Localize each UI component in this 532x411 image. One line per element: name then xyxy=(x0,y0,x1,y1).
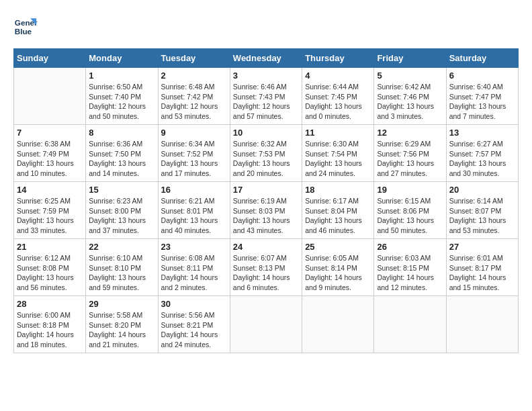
day-number: 22 xyxy=(89,242,154,252)
weekday-header-sunday: Sunday xyxy=(14,49,86,68)
day-info: Sunrise: 6:32 AM Sunset: 7:53 PM Dayligh… xyxy=(233,139,299,179)
day-number: 9 xyxy=(161,128,227,138)
day-info: Sunrise: 6:34 AM Sunset: 7:52 PM Dayligh… xyxy=(161,139,227,179)
day-info: Sunrise: 6:01 AM Sunset: 8:17 PM Dayligh… xyxy=(449,253,515,293)
calendar-cell: 15Sunrise: 6:23 AM Sunset: 8:00 PM Dayli… xyxy=(86,182,158,239)
day-number: 30 xyxy=(161,299,227,309)
calendar-cell: 6Sunrise: 6:40 AM Sunset: 7:47 PM Daylig… xyxy=(446,68,518,125)
calendar-cell: 17Sunrise: 6:19 AM Sunset: 8:03 PM Dayli… xyxy=(230,182,302,239)
calendar-cell: 1Sunrise: 6:50 AM Sunset: 7:40 PM Daylig… xyxy=(86,68,158,125)
calendar-cell: 4Sunrise: 6:44 AM Sunset: 7:45 PM Daylig… xyxy=(302,68,374,125)
day-number: 29 xyxy=(89,299,154,309)
calendar-cell: 28Sunrise: 6:00 AM Sunset: 8:18 PM Dayli… xyxy=(14,296,86,353)
weekday-header-thursday: Thursday xyxy=(302,49,374,68)
day-number: 17 xyxy=(233,185,299,195)
day-number: 27 xyxy=(449,242,515,252)
calendar-cell xyxy=(302,296,374,353)
calendar-cell: 19Sunrise: 6:15 AM Sunset: 8:06 PM Dayli… xyxy=(374,182,446,239)
day-number: 15 xyxy=(89,185,154,195)
calendar-cell: 2Sunrise: 6:48 AM Sunset: 7:42 PM Daylig… xyxy=(158,68,230,125)
day-info: Sunrise: 6:10 AM Sunset: 8:10 PM Dayligh… xyxy=(89,253,154,293)
weekday-header-wednesday: Wednesday xyxy=(230,49,302,68)
day-info: Sunrise: 6:25 AM Sunset: 7:59 PM Dayligh… xyxy=(17,196,83,236)
day-number: 13 xyxy=(449,128,515,138)
calendar-cell: 12Sunrise: 6:29 AM Sunset: 7:56 PM Dayli… xyxy=(374,125,446,182)
day-number: 18 xyxy=(305,185,371,195)
calendar-cell: 13Sunrise: 6:27 AM Sunset: 7:57 PM Dayli… xyxy=(446,125,518,182)
calendar-cell: 26Sunrise: 6:03 AM Sunset: 8:15 PM Dayli… xyxy=(374,239,446,296)
calendar-cell: 14Sunrise: 6:25 AM Sunset: 7:59 PM Dayli… xyxy=(14,182,86,239)
day-number: 28 xyxy=(17,299,83,309)
calendar-cell: 24Sunrise: 6:07 AM Sunset: 8:13 PM Dayli… xyxy=(230,239,302,296)
logo: General Blue xyxy=(13,13,40,38)
week-row-4: 28Sunrise: 6:00 AM Sunset: 8:18 PM Dayli… xyxy=(14,296,519,353)
day-number: 21 xyxy=(17,242,83,252)
day-number: 19 xyxy=(377,185,443,195)
day-info: Sunrise: 6:27 AM Sunset: 7:57 PM Dayligh… xyxy=(449,139,515,179)
calendar-cell: 30Sunrise: 5:56 AM Sunset: 8:21 PM Dayli… xyxy=(158,296,230,353)
calendar-cell: 21Sunrise: 6:12 AM Sunset: 8:08 PM Dayli… xyxy=(14,239,86,296)
weekday-header-tuesday: Tuesday xyxy=(158,49,230,68)
day-number: 7 xyxy=(17,128,83,138)
day-number: 24 xyxy=(233,242,299,252)
calendar-cell: 18Sunrise: 6:17 AM Sunset: 8:04 PM Dayli… xyxy=(302,182,374,239)
week-row-1: 7Sunrise: 6:38 AM Sunset: 7:49 PM Daylig… xyxy=(14,125,519,182)
day-info: Sunrise: 5:56 AM Sunset: 8:21 PM Dayligh… xyxy=(161,310,227,350)
day-number: 25 xyxy=(305,242,371,252)
day-info: Sunrise: 6:19 AM Sunset: 8:03 PM Dayligh… xyxy=(233,196,299,236)
svg-text:Blue: Blue xyxy=(15,27,32,36)
weekday-header-friday: Friday xyxy=(374,49,446,68)
day-info: Sunrise: 6:08 AM Sunset: 8:11 PM Dayligh… xyxy=(161,253,227,293)
day-info: Sunrise: 6:07 AM Sunset: 8:13 PM Dayligh… xyxy=(233,253,299,293)
day-number: 3 xyxy=(233,71,299,81)
day-number: 14 xyxy=(17,185,83,195)
day-info: Sunrise: 6:44 AM Sunset: 7:45 PM Dayligh… xyxy=(305,82,371,122)
day-info: Sunrise: 6:29 AM Sunset: 7:56 PM Dayligh… xyxy=(377,139,443,179)
day-info: Sunrise: 6:42 AM Sunset: 7:46 PM Dayligh… xyxy=(377,82,443,122)
day-info: Sunrise: 6:21 AM Sunset: 8:01 PM Dayligh… xyxy=(161,196,227,236)
day-number: 23 xyxy=(161,242,227,252)
day-info: Sunrise: 6:46 AM Sunset: 7:43 PM Dayligh… xyxy=(233,82,299,122)
calendar-cell: 25Sunrise: 6:05 AM Sunset: 8:14 PM Dayli… xyxy=(302,239,374,296)
calendar-cell: 7Sunrise: 6:38 AM Sunset: 7:49 PM Daylig… xyxy=(14,125,86,182)
calendar-cell: 11Sunrise: 6:30 AM Sunset: 7:54 PM Dayli… xyxy=(302,125,374,182)
calendar-cell xyxy=(374,296,446,353)
day-info: Sunrise: 6:05 AM Sunset: 8:14 PM Dayligh… xyxy=(305,253,371,293)
day-info: Sunrise: 6:03 AM Sunset: 8:15 PM Dayligh… xyxy=(377,253,443,293)
day-info: Sunrise: 6:14 AM Sunset: 8:07 PM Dayligh… xyxy=(449,196,515,236)
calendar-cell: 22Sunrise: 6:10 AM Sunset: 8:10 PM Dayli… xyxy=(86,239,158,296)
day-number: 1 xyxy=(89,71,154,81)
day-info: Sunrise: 6:15 AM Sunset: 8:06 PM Dayligh… xyxy=(377,196,443,236)
day-number: 10 xyxy=(233,128,299,138)
week-row-3: 21Sunrise: 6:12 AM Sunset: 8:08 PM Dayli… xyxy=(14,239,519,296)
day-info: Sunrise: 6:17 AM Sunset: 8:04 PM Dayligh… xyxy=(305,196,371,236)
calendar-cell: 5Sunrise: 6:42 AM Sunset: 7:46 PM Daylig… xyxy=(374,68,446,125)
day-number: 20 xyxy=(449,185,515,195)
calendar-cell: 10Sunrise: 6:32 AM Sunset: 7:53 PM Dayli… xyxy=(230,125,302,182)
calendar-cell xyxy=(446,296,518,353)
calendar-cell: 23Sunrise: 6:08 AM Sunset: 8:11 PM Dayli… xyxy=(158,239,230,296)
day-number: 2 xyxy=(161,71,227,81)
week-row-0: 1Sunrise: 6:50 AM Sunset: 7:40 PM Daylig… xyxy=(14,68,519,125)
day-info: Sunrise: 6:38 AM Sunset: 7:49 PM Dayligh… xyxy=(17,139,83,179)
day-number: 12 xyxy=(377,128,443,138)
day-number: 26 xyxy=(377,242,443,252)
calendar-cell: 20Sunrise: 6:14 AM Sunset: 8:07 PM Dayli… xyxy=(446,182,518,239)
weekday-header-monday: Monday xyxy=(86,49,158,68)
day-number: 11 xyxy=(305,128,371,138)
weekday-header-saturday: Saturday xyxy=(446,49,518,68)
day-info: Sunrise: 6:30 AM Sunset: 7:54 PM Dayligh… xyxy=(305,139,371,179)
calendar-cell: 9Sunrise: 6:34 AM Sunset: 7:52 PM Daylig… xyxy=(158,125,230,182)
day-number: 8 xyxy=(89,128,154,138)
calendar-cell: 3Sunrise: 6:46 AM Sunset: 7:43 PM Daylig… xyxy=(230,68,302,125)
day-info: Sunrise: 6:12 AM Sunset: 8:08 PM Dayligh… xyxy=(17,253,83,293)
day-info: Sunrise: 6:50 AM Sunset: 7:40 PM Dayligh… xyxy=(89,82,154,122)
day-info: Sunrise: 6:00 AM Sunset: 8:18 PM Dayligh… xyxy=(17,310,83,350)
day-number: 5 xyxy=(377,71,443,81)
day-info: Sunrise: 6:40 AM Sunset: 7:47 PM Dayligh… xyxy=(449,82,515,122)
calendar-cell: 8Sunrise: 6:36 AM Sunset: 7:50 PM Daylig… xyxy=(86,125,158,182)
calendar-cell: 29Sunrise: 5:58 AM Sunset: 8:20 PM Dayli… xyxy=(86,296,158,353)
day-number: 6 xyxy=(449,71,515,81)
week-row-2: 14Sunrise: 6:25 AM Sunset: 7:59 PM Dayli… xyxy=(14,182,519,239)
day-info: Sunrise: 6:48 AM Sunset: 7:42 PM Dayligh… xyxy=(161,82,227,122)
